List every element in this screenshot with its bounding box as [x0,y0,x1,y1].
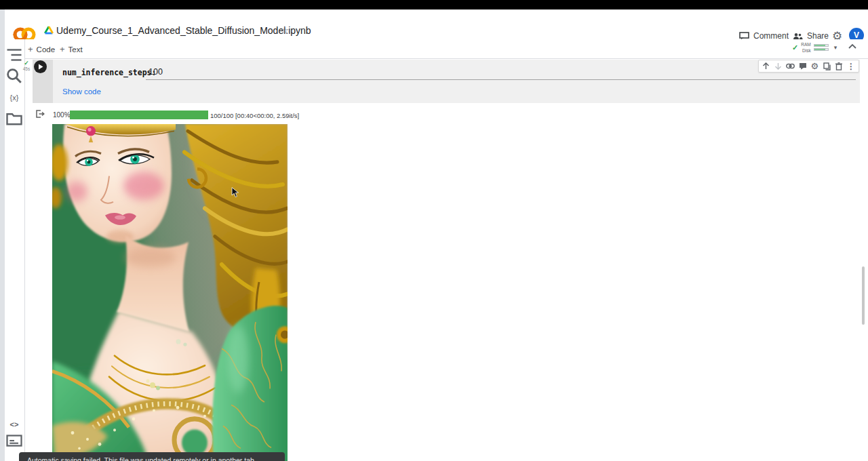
drive-icon [44,26,54,35]
star-icon[interactable]: ☆ [280,24,289,37]
search-icon[interactable] [6,68,22,84]
add-text-label: Text [68,45,83,54]
variables-icon[interactable]: {x} [6,89,22,106]
mouse-cursor [231,187,239,198]
add-comment-icon[interactable] [797,61,808,72]
progress-percent: 100% [53,111,71,119]
window-top-bar [0,0,868,9]
disk-meter [814,48,829,51]
progress-detail: 100/100 [00:40<00:00, 2.59it/s] [210,112,299,119]
cell-execution-status: ✓ 45s [21,60,32,71]
more-cell-actions-icon[interactable]: ⋮ [846,61,856,72]
progress-bar [70,111,208,119]
copy-cell-icon[interactable] [821,61,832,72]
toast-message: Automatic saving failed. This file was u… [27,456,267,461]
files-icon[interactable] [6,111,22,127]
add-code-button[interactable]: + Code [28,44,55,54]
ram-label: RAM [801,41,810,47]
resource-meters [814,43,829,52]
terminal-icon[interactable] [6,433,22,449]
toast-notification: Automatic saving failed. This file was u… [19,452,285,461]
window-left-edge [0,9,5,461]
collapse-header-icon[interactable] [848,43,857,49]
notebook-filename[interactable]: Udemy_Course_1_Advanced_Stable_Diffusion… [56,25,311,36]
cell-settings-gear-icon[interactable]: ⚙ [809,61,820,72]
copy-link-to-cell-icon[interactable] [785,61,796,72]
form-field-underline [146,79,856,80]
add-code-label: Code [37,45,56,54]
play-icon [38,64,43,70]
header: Udemy_Course_1_Advanced_Stable_Diffusion… [5,9,868,39]
move-cell-down-icon[interactable] [773,61,784,72]
cell-success-check-icon: ✓ [21,60,32,66]
run-cell-button[interactable] [34,60,47,73]
show-code-link[interactable]: Show code [62,87,101,96]
disk-label: Disk [801,47,810,54]
form-field-label: num_inference_steps: [62,68,156,77]
form-field-input[interactable]: 100 [149,67,163,77]
move-cell-up-icon[interactable] [761,61,772,72]
cell-execution-time: 45s [21,66,32,71]
cell-toolbar: ⚙ ⋮ [758,60,859,73]
scrollbar-thumb[interactable] [862,266,865,325]
add-text-button[interactable]: + Text [60,44,83,54]
plus-icon: + [60,44,65,54]
cell-output-icon [35,109,45,119]
connected-check-icon: ✓ [792,43,798,52]
people-icon [793,33,803,40]
code-snippets-icon[interactable]: <> [6,416,22,433]
ram-meter [814,44,829,47]
cell-form-area [53,60,860,103]
generated-image [52,124,288,461]
notebook-toolbar [5,39,868,59]
plus-icon: + [28,44,33,54]
table-of-contents-icon[interactable] [6,47,22,63]
resources-widget[interactable]: ✓ RAM Disk ▾ [792,41,837,54]
delete-cell-icon[interactable] [833,61,844,72]
caret-down-icon[interactable]: ▾ [834,44,837,51]
